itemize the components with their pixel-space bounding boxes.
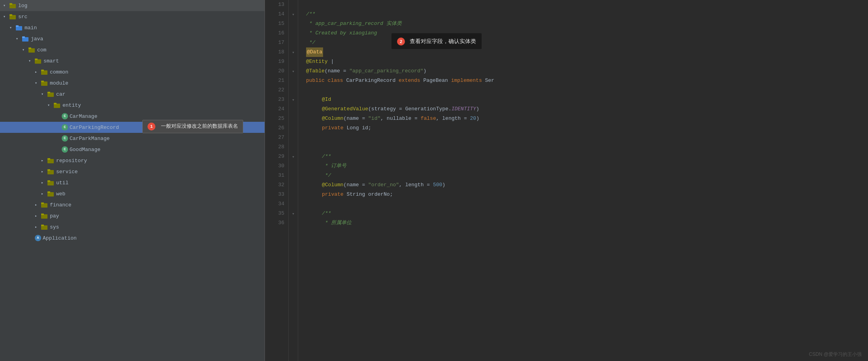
code-content[interactable]: /** * app_car_parking_record 实体类 2 查看对应字… bbox=[298, 0, 868, 361]
arrow-java bbox=[16, 36, 22, 41]
svg-rect-21 bbox=[47, 158, 50, 160]
sidebar-item-label-service: service bbox=[56, 169, 78, 175]
fold-arrow-29[interactable]: ▾ bbox=[289, 152, 298, 161]
sidebar-item-smart[interactable]: smart bbox=[0, 55, 265, 66]
code-line-34 bbox=[306, 199, 868, 209]
svg-rect-15 bbox=[41, 81, 44, 82]
arrow-entity bbox=[47, 103, 54, 108]
code-line-25: @Column(name = "id", nullable = false, l… bbox=[306, 114, 868, 123]
sidebar-item-sys[interactable]: sys bbox=[0, 221, 265, 232]
svg-rect-17 bbox=[47, 92, 50, 93]
tooltip-table-name: 1 一般对应没修改之前的数据库表名 bbox=[142, 120, 243, 133]
folder-icon-web bbox=[47, 191, 55, 197]
sidebar-item-label-repository: repository bbox=[56, 158, 87, 164]
fold-arrow-23[interactable]: ▾ bbox=[289, 95, 298, 104]
svg-rect-7 bbox=[22, 36, 25, 38]
sidebar-item-label-src: src bbox=[18, 14, 27, 20]
fold-arrow-18[interactable]: ▾ bbox=[289, 47, 298, 57]
code-line-30: * 订单号 bbox=[306, 161, 868, 171]
sidebar-item-module[interactable]: module bbox=[0, 77, 265, 89]
folder-icon-common bbox=[41, 69, 48, 75]
code-line-23: @Id bbox=[306, 95, 868, 104]
sidebar-item-finance[interactable]: finance bbox=[0, 199, 265, 210]
code-line-14: /** bbox=[306, 9, 868, 19]
arrow-module bbox=[35, 81, 41, 85]
badge-2: 2 bbox=[397, 38, 405, 45]
code-line-35: /** bbox=[306, 209, 868, 218]
arrow-web bbox=[41, 191, 47, 196]
folder-icon-java bbox=[22, 36, 29, 42]
folder-icon-entity bbox=[54, 102, 61, 108]
code-line-36: * 所属单位 bbox=[306, 218, 868, 228]
sidebar-item-common[interactable]: common bbox=[0, 66, 265, 77]
folder-icon-module bbox=[41, 80, 48, 86]
sidebar-item-car[interactable]: car bbox=[0, 89, 265, 100]
sidebar-item-java[interactable]: java bbox=[0, 33, 265, 44]
sidebar-item-repository[interactable]: repository bbox=[0, 155, 265, 166]
sidebar-item-label-carparkingrecord: CarParkingRecord bbox=[70, 125, 119, 130]
arrow-common bbox=[35, 70, 41, 74]
folder-icon-service bbox=[47, 169, 55, 174]
code-line-21: public class CarParkingRecord extends Pa… bbox=[306, 76, 868, 85]
svg-rect-33 bbox=[41, 225, 44, 226]
code-line-18: @Data bbox=[306, 47, 868, 57]
code-line-29: /** bbox=[306, 152, 868, 161]
arrow-pay bbox=[35, 214, 41, 218]
sidebar-item-label-pay: pay bbox=[50, 213, 59, 219]
folder-icon-main bbox=[16, 25, 23, 30]
code-line-31: */ bbox=[306, 171, 868, 180]
sidebar-item-label-smart: smart bbox=[43, 58, 59, 64]
sidebar-item-log[interactable]: log bbox=[0, 0, 265, 11]
sidebar-item-src[interactable]: src bbox=[0, 11, 265, 22]
tooltip-entity-class: 2 查看对应字段，确认实体类 bbox=[391, 33, 482, 49]
sidebar-item-label-web: web bbox=[56, 191, 65, 197]
fold-arrow-35[interactable]: ▾ bbox=[289, 209, 298, 218]
svg-rect-23 bbox=[47, 169, 50, 171]
arrow-repository bbox=[41, 158, 47, 163]
arrow-com bbox=[22, 47, 28, 52]
arrow-src bbox=[3, 14, 9, 19]
arrow-finance bbox=[35, 202, 41, 207]
sidebar-item-label-entity: entity bbox=[62, 102, 81, 108]
arrow-car bbox=[41, 92, 47, 96]
sidebar-item-service[interactable]: service bbox=[0, 166, 265, 177]
sidebar-item-application[interactable]: A Application bbox=[0, 232, 265, 244]
sidebar-item-goodmanage[interactable]: C GoodManage bbox=[0, 144, 265, 155]
tooltip1-text: 一般对应没修改之前的数据库表名 bbox=[161, 123, 238, 129]
sidebar-item-carmanage[interactable]: C CarManage 1 一般对应没修改之前的数据库表名 bbox=[0, 111, 265, 122]
fold-arrow-14[interactable]: ▾ bbox=[289, 9, 298, 19]
sidebar-item-com[interactable]: com bbox=[0, 44, 265, 55]
code-line-19: @Entity | bbox=[306, 57, 868, 66]
svg-rect-19 bbox=[54, 103, 57, 104]
class-icon-carparkmanage: C bbox=[62, 135, 68, 142]
sidebar-item-label-sys: sys bbox=[50, 224, 59, 230]
code-line-24: @GeneratedValue(strategy = GenerationTyp… bbox=[306, 104, 868, 114]
sidebar-item-main[interactable]: main bbox=[0, 22, 265, 33]
arrow-util bbox=[41, 180, 47, 185]
code-line-17: */ bbox=[306, 38, 868, 47]
sidebar-item-label-util: util bbox=[56, 180, 68, 186]
watermark: CSDN @爱学习的王小强 bbox=[809, 351, 862, 358]
sidebar-item-pay[interactable]: pay bbox=[0, 210, 265, 221]
svg-rect-3 bbox=[9, 14, 12, 16]
folder-icon-repository bbox=[47, 158, 55, 163]
sidebar-item-entity[interactable]: entity bbox=[0, 100, 265, 111]
folder-icon-car bbox=[47, 91, 55, 97]
sidebar-item-label-finance: finance bbox=[50, 202, 72, 208]
sidebar-item-util[interactable]: util bbox=[0, 177, 265, 188]
code-line-22 bbox=[306, 85, 868, 95]
sidebar-item-label-com: com bbox=[37, 47, 46, 53]
svg-rect-29 bbox=[41, 202, 44, 204]
code-line-27 bbox=[306, 133, 868, 142]
fold-arrow-20[interactable]: ▾ bbox=[289, 66, 298, 76]
sidebar-item-label-carmanage: CarManage bbox=[70, 113, 97, 119]
code-line-15: * app_car_parking_record 实体类 2 查看对应字段，确认… bbox=[306, 19, 868, 28]
code-line-33: private String orderNo; bbox=[306, 190, 868, 199]
svg-rect-9 bbox=[28, 47, 31, 49]
sidebar-item-web[interactable]: web bbox=[0, 188, 265, 199]
sidebar-item-label-module: module bbox=[50, 80, 68, 86]
folder-icon-util bbox=[47, 180, 55, 185]
folder-icon-sys bbox=[41, 224, 48, 230]
sidebar-item-carparkmanage[interactable]: C CarParkManage bbox=[0, 133, 265, 144]
svg-rect-1 bbox=[9, 3, 12, 5]
